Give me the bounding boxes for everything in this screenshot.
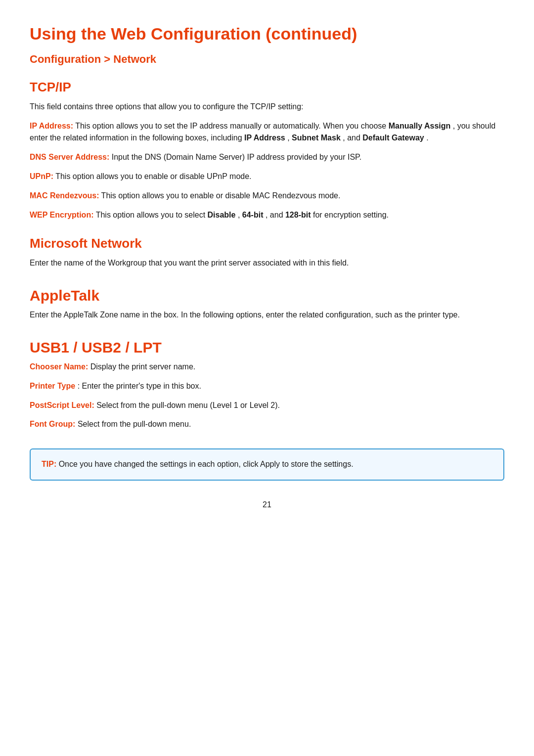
- bold-128bit: 128-bit: [285, 211, 311, 219]
- term-fontgroup: Font Group:: [30, 420, 75, 428]
- text-printer: : Enter the printer's type in this box.: [78, 382, 201, 390]
- usb-item-printer: Printer Type : Enter the printer's type …: [30, 380, 504, 393]
- tcpip-item-ipaddress: IP Address: This option allows you to se…: [30, 120, 504, 145]
- microsoft-title: Microsoft Network: [30, 236, 504, 251]
- bold-64bit: 64-bit: [242, 211, 264, 219]
- text-tip: Once you have changed the settings in ea…: [59, 460, 354, 468]
- text-ipaddress-4: , and: [343, 133, 362, 142]
- appletalk-title: AppleTalk: [30, 287, 504, 304]
- text-ipaddress-3: ,: [287, 133, 292, 142]
- term-dns: DNS Server Address:: [30, 153, 109, 161]
- usb-title: USB1 / USB2 / LPT: [30, 339, 504, 356]
- text-upnp: This option allows you to enable or disa…: [55, 172, 251, 180]
- text-mac: This option allows you to enable or disa…: [101, 191, 341, 200]
- text-wep-3: , and: [266, 211, 285, 219]
- text-wep-4: for encryption setting.: [313, 211, 389, 219]
- appletalk-text: Enter the AppleTalk Zone name in the box…: [30, 309, 504, 321]
- term-wep: WEP Encryption:: [30, 211, 94, 219]
- term-postscript: PostScript Level:: [30, 401, 94, 409]
- usb-item-chooser: Chooser Name: Display the print server n…: [30, 361, 504, 373]
- term-printer: Printer Type: [30, 382, 75, 390]
- text-ipaddress-5: .: [426, 133, 428, 142]
- tip-box: TIP: Once you have changed the settings …: [30, 448, 504, 481]
- bold-manually-assign: Manually Assign: [389, 122, 451, 130]
- text-wep-1: This option allows you to select: [96, 211, 208, 219]
- breadcrumb: Configuration > Network: [30, 53, 504, 66]
- text-dns: Input the DNS (Domain Name Server) IP ad…: [112, 153, 361, 161]
- term-upnp: UPnP:: [30, 172, 53, 180]
- tcpip-item-dns: DNS Server Address: Input the DNS (Domai…: [30, 151, 504, 164]
- usb-item-fontgroup: Font Group: Select from the pull-down me…: [30, 418, 504, 431]
- term-ipaddress: IP Address:: [30, 122, 73, 130]
- bold-subnet-mask: Subnet Mask: [292, 133, 341, 142]
- term-tip: TIP:: [42, 460, 56, 468]
- usb-section: USB1 / USB2 / LPT Chooser Name: Display …: [30, 339, 504, 431]
- text-wep-2: ,: [238, 211, 242, 219]
- page-number: 21: [30, 500, 504, 509]
- usb-item-postscript: PostScript Level: Select from the pull-d…: [30, 400, 504, 412]
- tcpip-item-wep: WEP Encryption: This option allows you t…: [30, 209, 504, 222]
- bold-disable: Disable: [208, 211, 236, 219]
- tcpip-item-upnp: UPnP: This option allows you to enable o…: [30, 171, 504, 183]
- term-chooser: Chooser Name:: [30, 362, 88, 371]
- tcpip-section: TCP/IP This field contains three options…: [30, 80, 504, 222]
- text-ipaddress-1: This option allows you to set the IP add…: [75, 122, 389, 130]
- text-chooser: Display the print server name.: [90, 362, 196, 371]
- tcpip-title: TCP/IP: [30, 80, 504, 95]
- text-postscript: Select from the pull-down menu (Level 1 …: [96, 401, 280, 409]
- microsoft-text: Enter the name of the Workgroup that you…: [30, 257, 504, 269]
- term-mac: MAC Rendezvous:: [30, 191, 99, 200]
- tcpip-item-mac: MAC Rendezvous: This option allows you t…: [30, 190, 504, 202]
- bold-default-gateway: Default Gateway: [362, 133, 424, 142]
- page-title: Using the Web Configuration (continued): [30, 24, 504, 44]
- microsoft-section: Microsoft Network Enter the name of the …: [30, 236, 504, 269]
- tcpip-intro: This field contains three options that a…: [30, 101, 504, 113]
- tip-text: TIP: Once you have changed the settings …: [42, 458, 492, 471]
- appletalk-section: AppleTalk Enter the AppleTalk Zone name …: [30, 287, 504, 321]
- text-fontgroup: Select from the pull-down menu.: [78, 420, 191, 428]
- bold-ip-address: IP Address: [244, 133, 285, 142]
